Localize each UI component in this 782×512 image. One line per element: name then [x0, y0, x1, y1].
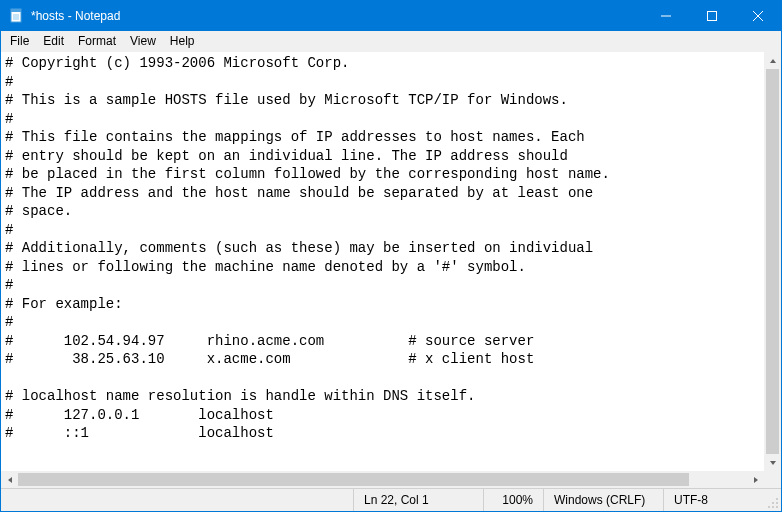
svg-marker-10: [770, 461, 776, 465]
svg-rect-6: [708, 12, 717, 21]
svg-point-17: [772, 506, 774, 508]
svg-point-14: [772, 502, 774, 504]
scroll-right-icon[interactable]: [747, 471, 764, 488]
window-title: *hosts - Notepad: [31, 9, 643, 23]
horizontal-scrollbar[interactable]: [1, 471, 764, 488]
scroll-up-icon[interactable]: [764, 52, 781, 69]
menubar: File Edit Format View Help: [1, 31, 781, 51]
editor-area: # Copyright (c) 1993-2006 Microsoft Corp…: [1, 51, 781, 488]
status-encoding: UTF-8: [663, 489, 763, 511]
resize-grip-icon[interactable]: [763, 489, 781, 511]
close-button[interactable]: [735, 1, 781, 31]
svg-marker-11: [8, 477, 12, 483]
maximize-button[interactable]: [689, 1, 735, 31]
menu-file[interactable]: File: [3, 33, 36, 49]
titlebar[interactable]: *hosts - Notepad: [1, 1, 781, 31]
scroll-down-icon[interactable]: [764, 454, 781, 471]
status-zoom: 100%: [483, 489, 543, 511]
vertical-scrollbar[interactable]: [764, 52, 781, 471]
svg-point-16: [768, 506, 770, 508]
svg-point-15: [776, 502, 778, 504]
scroll-thumb-vertical[interactable]: [766, 69, 779, 454]
status-cursor-position: Ln 22, Col 1: [353, 489, 483, 511]
window-controls: [643, 1, 781, 31]
svg-marker-12: [754, 477, 758, 483]
menu-view[interactable]: View: [123, 33, 163, 49]
menu-help[interactable]: Help: [163, 33, 202, 49]
svg-point-18: [776, 506, 778, 508]
scroll-thumb-horizontal[interactable]: [18, 473, 689, 486]
status-line-ending: Windows (CRLF): [543, 489, 663, 511]
scroll-corner: [764, 471, 781, 488]
menu-edit[interactable]: Edit: [36, 33, 71, 49]
statusbar: Ln 22, Col 1 100% Windows (CRLF) UTF-8: [1, 488, 781, 511]
svg-marker-9: [770, 59, 776, 63]
scroll-left-icon[interactable]: [1, 471, 18, 488]
svg-rect-1: [11, 9, 21, 12]
scroll-track-vertical[interactable]: [764, 69, 781, 454]
scroll-track-horizontal[interactable]: [18, 471, 747, 488]
menu-format[interactable]: Format: [71, 33, 123, 49]
svg-point-13: [776, 498, 778, 500]
text-editor[interactable]: # Copyright (c) 1993-2006 Microsoft Corp…: [1, 52, 764, 471]
minimize-button[interactable]: [643, 1, 689, 31]
notepad-icon: [9, 8, 25, 24]
